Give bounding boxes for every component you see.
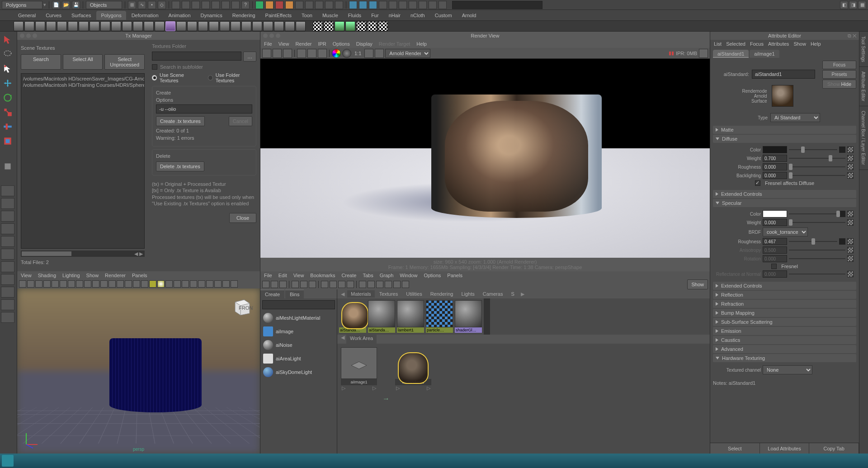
search-button[interactable]: Search <box>21 54 61 70</box>
ipr-pause-icon[interactable] <box>699 49 708 58</box>
tab-fluids[interactable]: Fluids <box>344 11 366 20</box>
work-node-aiimage[interactable] <box>341 347 377 379</box>
hs-tab-bins[interactable]: Bins <box>285 289 304 298</box>
vp-menu-renderer[interactable]: Renderer <box>105 273 126 278</box>
hs-tool-icon[interactable] <box>385 281 392 288</box>
vp-menu-panels[interactable]: Panels <box>132 273 147 278</box>
vp-tool-icon[interactable] <box>182 280 189 288</box>
remove-image-icon[interactable] <box>375 49 384 58</box>
workspace3-icon[interactable]: ▦ <box>858 1 866 9</box>
vp-tool-icon[interactable] <box>125 280 132 288</box>
diffuse-weight-slider[interactable] <box>789 155 845 161</box>
work-node-aistandard[interactable] <box>398 352 428 384</box>
vp-tool-icon[interactable] <box>35 280 42 288</box>
shelf-op11-icon[interactable] <box>285 21 295 31</box>
shelf-prim10-icon[interactable] <box>111 21 121 31</box>
move-tool[interactable] <box>1 77 14 90</box>
shelf-torus-icon[interactable] <box>57 21 67 31</box>
attr-menu-help[interactable]: Help <box>811 41 821 47</box>
hs-tool-icon[interactable] <box>262 281 269 288</box>
v-scrollbar[interactable] <box>484 298 490 335</box>
vp-tool-icon[interactable] <box>231 280 238 288</box>
map-button[interactable] <box>847 238 854 245</box>
select-tool[interactable] <box>1 33 14 46</box>
select-all-button[interactable]: Select All <box>63 54 103 70</box>
shelf-op2-icon[interactable] <box>187 21 197 31</box>
hs-menu-panels[interactable]: Panels <box>447 273 462 278</box>
hs-tool-icon[interactable] <box>368 281 375 288</box>
shelf-checker4-icon[interactable] <box>367 21 377 31</box>
hs-search-input[interactable] <box>262 300 335 309</box>
render-icon[interactable] <box>255 1 264 9</box>
hs-tool-icon[interactable] <box>376 281 383 288</box>
node-item[interactable]: aiMeshLightMaterial <box>260 311 337 325</box>
edge-channel-box[interactable]: Channel Box / Layer Editor <box>859 106 868 170</box>
map-button[interactable] <box>839 147 845 153</box>
node-out-icon[interactable]: ▷ <box>427 385 430 391</box>
material-swatch[interactable] <box>368 300 395 327</box>
focus-button[interactable]: Focus <box>822 61 856 69</box>
hs-menu-window[interactable]: Window <box>400 273 417 278</box>
render-tool2-icon[interactable] <box>305 1 313 9</box>
save-icon[interactable]: 💾 <box>72 1 80 9</box>
hs-tab-create[interactable]: Create <box>260 289 284 298</box>
vp-tool-icon[interactable] <box>76 280 83 288</box>
backlighting-input[interactable] <box>763 172 787 179</box>
fresnel-checkbox[interactable] <box>771 264 777 269</box>
section-diffuse[interactable]: Diffuse <box>713 135 856 143</box>
tab-ncloth[interactable]: nCloth <box>406 11 429 20</box>
tab-surfaces[interactable]: Surfaces <box>67 11 95 20</box>
vp-tool-icon[interactable] <box>68 280 75 288</box>
section-extended[interactable]: Extended Controls <box>713 190 856 198</box>
hs-tool-icon[interactable] <box>359 281 366 288</box>
layout-dope[interactable] <box>1 287 14 298</box>
menu-display[interactable]: Display <box>356 41 373 47</box>
hs-tool-icon[interactable] <box>292 281 299 288</box>
new-scene-icon[interactable]: 📄 <box>52 1 60 9</box>
rgb-icon[interactable] <box>332 49 341 58</box>
shelf-prim15-icon[interactable] <box>165 21 175 31</box>
node-item[interactable]: aiAreaLight <box>260 352 337 365</box>
section-refraction[interactable]: Refraction <box>713 300 856 308</box>
shelf-op7-icon[interactable] <box>241 21 251 31</box>
material-swatch[interactable] <box>341 302 368 329</box>
material-preview[interactable] <box>772 85 793 107</box>
vp-tool-icon[interactable] <box>117 280 124 288</box>
render-region-icon[interactable] <box>273 49 282 58</box>
section-hwtex[interactable]: Hardware Texturing <box>713 354 856 362</box>
vp-menu-lighting[interactable]: Lighting <box>62 273 80 278</box>
attr-tab-aiimage[interactable]: aiImage1 <box>750 50 779 58</box>
use-folder-radio[interactable] <box>208 75 213 80</box>
shelf-checker1-icon[interactable] <box>313 21 323 31</box>
section-sss[interactable]: Sub-Surface Scattering <box>713 318 856 326</box>
layout1-icon[interactable] <box>349 1 357 9</box>
brdf-select[interactable]: cook_torrance <box>763 227 808 236</box>
layout-three[interactable] <box>1 236 14 247</box>
spec-roughness-input[interactable] <box>763 238 787 245</box>
tab-deformation[interactable]: Deformation <box>127 11 163 20</box>
diffuse-roughness-slider[interactable] <box>789 164 845 170</box>
layout6-icon[interactable] <box>399 1 407 9</box>
shelf-op12-icon[interactable] <box>296 21 306 31</box>
render-settings-icon[interactable] <box>285 1 293 9</box>
layout-outliner[interactable] <box>1 261 14 272</box>
vp-tool-icon[interactable] <box>92 280 99 288</box>
tab-fur[interactable]: Fur <box>367 11 383 20</box>
textured-channel-select[interactable]: None <box>763 365 812 374</box>
layout-graph[interactable] <box>1 274 14 285</box>
render-globals-icon[interactable] <box>297 49 306 58</box>
hs-menu-graph[interactable]: Graph <box>380 273 394 278</box>
tab-dynamics[interactable]: Dynamics <box>196 11 227 20</box>
folder-path-input[interactable] <box>152 52 241 61</box>
minimize-icon[interactable] <box>26 33 31 38</box>
shelf-plane-icon[interactable] <box>68 21 78 31</box>
select-unprocessed-button[interactable]: Select Unprocessed <box>104 54 145 70</box>
tool-f-icon[interactable] <box>222 1 230 9</box>
hs-tool-icon[interactable] <box>300 281 307 288</box>
shelf-prim13-icon[interactable] <box>144 21 154 31</box>
snap-plane-icon[interactable]: ◇ <box>158 1 166 9</box>
layout-uv[interactable] <box>1 312 14 323</box>
layout-persp[interactable] <box>1 249 14 260</box>
section-bump[interactable]: Bump Mapping <box>713 309 856 317</box>
map-button[interactable] <box>847 271 854 277</box>
